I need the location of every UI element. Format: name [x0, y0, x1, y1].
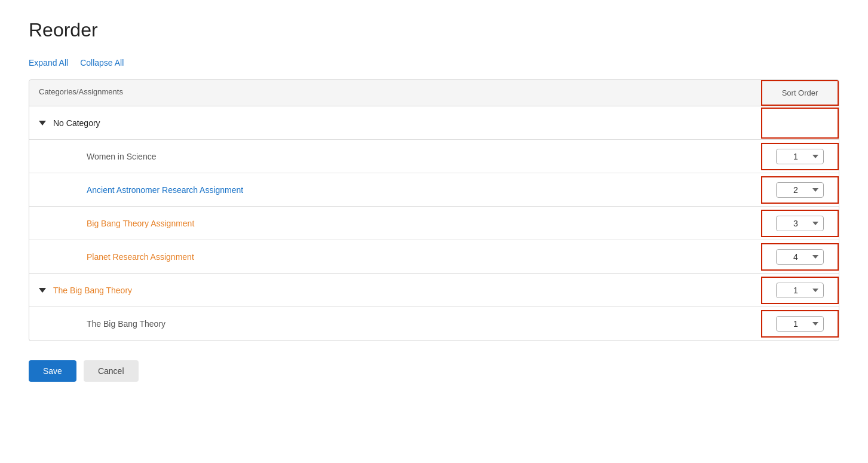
table-row: Women in Science 1 2 3 4: [29, 140, 839, 173]
sort-select-big-bang-category[interactable]: 1 2: [776, 283, 824, 298]
table-row: The Big Bang Theory 1 2: [29, 274, 839, 307]
sort-select-women-in-science[interactable]: 1 2 3 4: [776, 149, 824, 164]
assignment-label: Women in Science: [39, 152, 156, 161]
row-main-women-in-science: Women in Science: [29, 145, 762, 168]
row-main-big-bang-assignment: The Big Bang Theory: [29, 312, 762, 336]
chevron-down-icon: [39, 121, 46, 125]
table-row: Ancient Astronomer Research Assignment 1…: [29, 173, 839, 207]
row-main-big-bang-theory-assignment: Big Bang Theory Assignment: [29, 211, 762, 235]
col-sort-header: Sort Order: [761, 80, 839, 106]
page-title: Reorder: [29, 19, 839, 41]
chevron-down-icon: [39, 288, 46, 293]
col-categories-header: Categories/Assignments: [29, 80, 761, 106]
row-main-no-category: No Category: [29, 111, 762, 135]
category-label: No Category: [53, 118, 100, 128]
table-row: Planet Research Assignment 1 2 3 4: [29, 240, 839, 274]
row-sort-planet-research: 1 2 3 4: [761, 243, 839, 271]
row-sort-ancient-astronomer: 1 2 3 4: [761, 176, 839, 204]
footer-buttons: Save Cancel: [29, 360, 839, 382]
category-label: The Big Bang Theory: [53, 286, 132, 295]
row-main-ancient-astronomer: Ancient Astronomer Research Assignment: [29, 178, 762, 202]
table-row: Big Bang Theory Assignment 1 2 3 4: [29, 207, 839, 240]
sort-select-big-bang-theory-assignment[interactable]: 1 2 3 4: [776, 216, 824, 231]
collapse-all-button[interactable]: Collapse All: [80, 58, 124, 68]
row-main-big-bang-category: The Big Bang Theory: [29, 278, 762, 302]
row-sort-no-category: [761, 108, 839, 139]
assignment-label: Big Bang Theory Assignment: [39, 219, 194, 228]
reorder-table: Categories/Assignments Sort Order No Cat…: [29, 79, 839, 341]
cancel-button[interactable]: Cancel: [84, 360, 139, 382]
row-sort-women-in-science: 1 2 3 4: [761, 143, 839, 170]
row-sort-big-bang-assignment: 1: [761, 310, 839, 338]
table-header: Categories/Assignments Sort Order: [29, 80, 839, 106]
actions-row: Expand All Collapse All: [29, 58, 839, 68]
table-row: No Category: [29, 106, 839, 140]
assignment-label: Planet Research Assignment: [39, 252, 194, 262]
sort-select-planet-research[interactable]: 1 2 3 4: [776, 249, 824, 265]
expand-all-button[interactable]: Expand All: [29, 58, 68, 68]
table-row: The Big Bang Theory 1: [29, 307, 839, 341]
assignment-label: Ancient Astronomer Research Assignment: [39, 185, 243, 195]
row-sort-big-bang-category: 1 2: [761, 277, 839, 304]
sort-select-big-bang-assignment[interactable]: 1: [776, 316, 824, 332]
assignment-label: The Big Bang Theory: [39, 319, 165, 329]
sort-select-ancient-astronomer[interactable]: 1 2 3 4: [776, 182, 824, 198]
save-button[interactable]: Save: [29, 360, 76, 382]
row-main-planet-research: Planet Research Assignment: [29, 245, 762, 269]
row-sort-big-bang-theory-assignment: 1 2 3 4: [761, 210, 839, 237]
